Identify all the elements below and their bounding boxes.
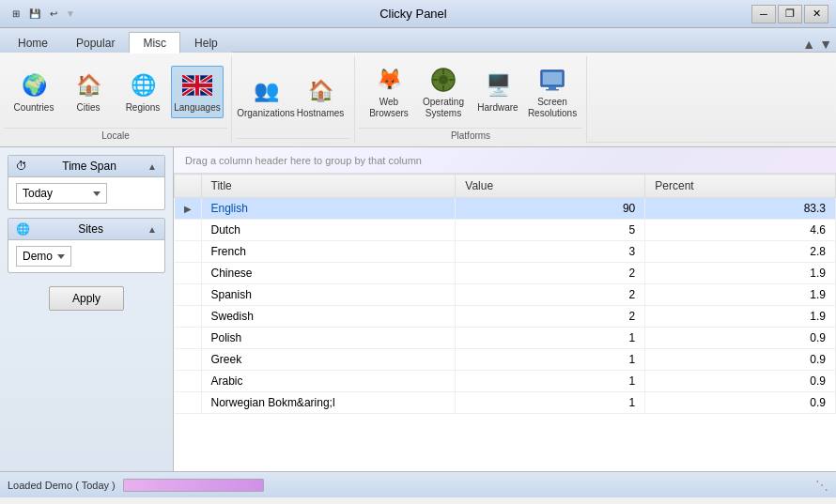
row-title: Norwegian Bokm&aring;l xyxy=(201,392,456,414)
ribbon-down-button[interactable]: ▼ xyxy=(819,37,832,52)
time-span-label: Time Span xyxy=(62,160,116,173)
time-span-header[interactable]: ⏱ Time Span ▲ xyxy=(8,156,164,177)
row-percent: 0.9 xyxy=(645,371,836,392)
firefox-icon: 🦊 xyxy=(374,65,404,95)
org-group-label xyxy=(236,138,350,143)
tab-home[interactable]: Home xyxy=(4,32,62,53)
row-indicator: ▶ xyxy=(175,198,202,220)
ribbon-btn-hardware[interactable]: 🖥️ Hardware xyxy=(472,66,524,118)
row-title: Arabic xyxy=(201,371,456,392)
ribbon-btn-organizations[interactable]: 👥 Organizations xyxy=(240,71,292,124)
sites-body: Demo xyxy=(8,240,164,272)
drag-hint: Drag a column header here to group by th… xyxy=(174,147,836,174)
data-table-container[interactable]: Title Value Percent ▶English9083.3Dutch5… xyxy=(174,174,836,471)
row-indicator xyxy=(175,328,202,349)
status-progress-bar xyxy=(123,479,264,492)
table-row[interactable]: Greek10.9 xyxy=(175,349,836,371)
locale-group-label: Locale xyxy=(4,128,227,143)
table-row[interactable]: Chinese21.9 xyxy=(175,263,836,284)
restore-button[interactable]: ❐ xyxy=(778,5,802,23)
col-title-header[interactable]: Title xyxy=(201,175,456,198)
row-indicator xyxy=(175,349,202,371)
ribbon: Home Popular Misc Help ▲ ▼ 🌍 Countries 🏠… xyxy=(0,28,836,147)
row-percent: 1.9 xyxy=(645,263,836,284)
ribbon-btn-hostnames[interactable]: 🏠 Hostnames xyxy=(294,71,347,124)
left-panel: ⏱ Time Span ▲ Today Yesterday Last 7 Day… xyxy=(0,147,174,471)
tab-popular[interactable]: Popular xyxy=(62,32,129,53)
ribbon-btn-operating-systems[interactable]: OperatingSystems xyxy=(417,60,470,124)
screen-icon xyxy=(537,65,567,95)
row-value: 1 xyxy=(456,371,645,392)
row-title: Greek xyxy=(201,349,456,371)
globe-icon: 🌍 xyxy=(19,70,49,100)
table-row[interactable]: French32.8 xyxy=(175,241,836,263)
ribbon-btn-web-browsers[interactable]: 🦊 Web Browsers xyxy=(363,60,415,124)
ribbon-btn-cities[interactable]: 🏠 Cities xyxy=(62,66,115,118)
grid-qa-button[interactable]: ⊞ xyxy=(8,6,24,23)
ribbon-up-button[interactable]: ▲ xyxy=(802,37,815,52)
ribbon-btn-regions[interactable]: 🌐 Regions xyxy=(116,66,169,118)
web-browsers-label: Web Browsers xyxy=(365,97,412,119)
countries-label: Countries xyxy=(14,102,54,114)
hardware-icon: 🖥️ xyxy=(483,70,513,100)
hostname-icon: 🏠 xyxy=(305,76,335,106)
resize-grip-icon[interactable]: ⋱ xyxy=(815,478,828,493)
minimize-button[interactable]: ─ xyxy=(751,5,776,23)
save-qa-button[interactable]: 💾 xyxy=(26,6,43,23)
tab-misc[interactable]: Misc xyxy=(129,32,180,53)
row-value: 1 xyxy=(456,349,645,371)
time-span-dropdown[interactable]: Today Yesterday Last 7 Days Last 30 Days xyxy=(16,183,107,204)
row-value: 2 xyxy=(456,306,645,328)
row-indicator xyxy=(175,306,202,328)
row-indicator xyxy=(175,392,202,414)
table-header-row: Title Value Percent xyxy=(175,175,836,198)
apply-button[interactable]: Apply xyxy=(49,286,124,311)
svg-rect-10 xyxy=(546,89,559,91)
row-indicator xyxy=(175,284,202,306)
row-percent: 1.9 xyxy=(645,306,836,328)
platforms-group-label: Platforms xyxy=(359,128,582,143)
table-row[interactable]: Spanish21.9 xyxy=(175,284,836,306)
time-span-body: Today Yesterday Last 7 Days Last 30 Days xyxy=(8,177,164,209)
ribbon-btn-countries[interactable]: 🌍 Countries xyxy=(8,66,60,118)
os-label: OperatingSystems xyxy=(423,97,464,119)
sites-header[interactable]: 🌐 Sites ▲ xyxy=(8,219,164,240)
col-percent-header[interactable]: Percent xyxy=(645,175,836,198)
drag-hint-text: Drag a column header here to group by th… xyxy=(185,155,422,166)
row-value: 5 xyxy=(456,220,645,241)
row-percent: 83.3 xyxy=(645,198,836,220)
regions-label: Regions xyxy=(126,102,161,114)
hardware-label: Hardware xyxy=(477,102,518,114)
sites-icon: 🌐 xyxy=(16,222,30,236)
ribbon-group-platforms: 🦊 Web Browsers Operatin xyxy=(355,56,587,143)
sites-collapse-icon: ▲ xyxy=(147,224,157,235)
regions-icon: 🌐 xyxy=(128,70,158,100)
os-icon xyxy=(428,65,458,95)
row-percent: 0.9 xyxy=(645,392,836,414)
tab-help[interactable]: Help xyxy=(180,32,232,53)
row-value: 3 xyxy=(456,241,645,263)
screen-resolutions-label: ScreenResolutions xyxy=(528,97,577,119)
row-percent: 1.9 xyxy=(645,284,836,306)
ribbon-btn-screen-resolutions[interactable]: ScreenResolutions xyxy=(526,60,579,124)
row-value: 2 xyxy=(456,284,645,306)
table-row[interactable]: Arabic10.9 xyxy=(175,371,836,392)
title-bar: ⊞ 💾 ↩ ▼ Clicky Panel ─ ❐ ✕ xyxy=(0,0,836,28)
row-title: Polish xyxy=(201,328,456,349)
sites-dropdown[interactable]: Demo xyxy=(16,246,71,267)
right-panel: Drag a column header here to group by th… xyxy=(174,147,836,471)
table-row[interactable]: Polish10.9 xyxy=(175,328,836,349)
ribbon-btn-languages[interactable]: Languages xyxy=(171,66,224,118)
close-button[interactable]: ✕ xyxy=(804,5,828,23)
time-span-icon: ⏱ xyxy=(16,160,27,173)
table-row[interactable]: Norwegian Bokm&aring;l10.9 xyxy=(175,392,836,414)
flag-uk-icon xyxy=(182,70,212,100)
svg-point-2 xyxy=(439,75,448,84)
col-value-header[interactable]: Value xyxy=(456,175,645,198)
undo-qa-button[interactable]: ↩ xyxy=(45,6,62,23)
table-row[interactable]: ▶English9083.3 xyxy=(175,198,836,220)
table-row[interactable]: Swedish21.9 xyxy=(175,306,836,328)
table-row[interactable]: Dutch54.6 xyxy=(175,220,836,241)
ribbon-group-locale: 🌍 Countries 🏠 Cities 🌐 Regions xyxy=(0,56,232,143)
svg-rect-8 xyxy=(543,72,562,84)
